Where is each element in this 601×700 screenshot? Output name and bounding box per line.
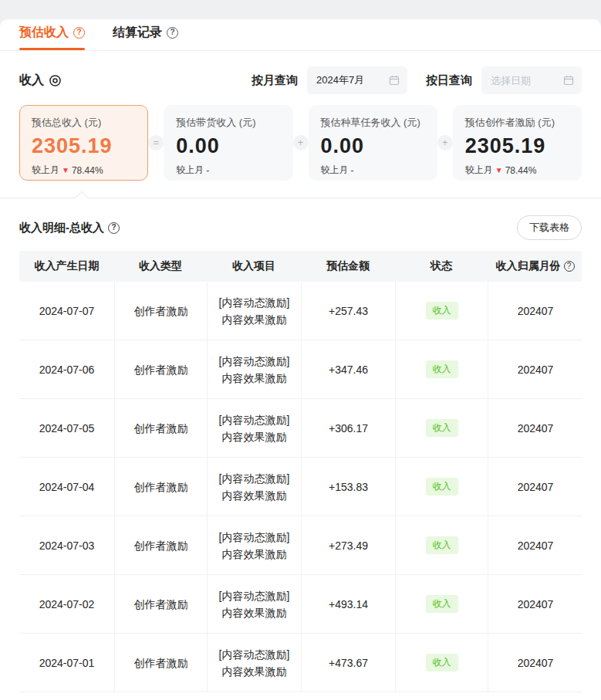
month-query-input-box[interactable] <box>307 66 407 94</box>
card-label: 预估种草任务收入 (元) <box>321 116 425 130</box>
table-body: 2024-07-07 创作者激励 [内容动态激励]内容效果激励 +257.43 … <box>19 282 582 692</box>
day-query-input[interactable] <box>491 75 560 86</box>
header-cell-project: 收入项目 <box>207 251 301 282</box>
cell-type: 创作者激励 <box>114 516 207 574</box>
help-icon[interactable]: ? <box>167 27 178 39</box>
status-badge: 收入 <box>426 536 458 554</box>
help-icon[interactable]: ? <box>73 27 85 39</box>
tab-settlement-records[interactable]: 结算记录 ? <box>113 25 178 50</box>
cell-type: 创作者激励 <box>114 399 207 457</box>
status-badge: 收入 <box>426 654 458 671</box>
summary-cards-row: 预估总收入 (元) 2305.19 较上月 ▼ 78.44% = 预估带货收入 … <box>0 102 601 181</box>
income-label: 收入 <box>19 73 44 89</box>
cell-project: [内容动态激励]内容效果激励 <box>207 399 301 457</box>
cell-date: 2024-07-06 <box>19 340 114 398</box>
cell-date: 2024-07-05 <box>19 399 114 457</box>
header-cell-month: 收入归属月份? <box>488 251 582 282</box>
table-header-row: 收入产生日期 收入类型 收入项目 预估金额 状态 收入归属月份? <box>19 251 582 282</box>
cell-date: 2024-07-01 <box>19 634 114 692</box>
tab-bar: 预估收入 ? 结算记录 ? <box>0 19 601 51</box>
tab-label: 结算记录 <box>113 25 162 41</box>
card-label: 预估带货收入 (元) <box>176 116 280 130</box>
cell-status: 收入 <box>395 340 488 398</box>
card-compare: 较上月 - <box>176 164 280 177</box>
equals-icon: = <box>148 135 164 150</box>
cell-month: 202407 <box>488 340 582 398</box>
status-badge: 收入 <box>426 360 458 378</box>
trend-down-icon: ▼ <box>495 167 503 174</box>
cell-status: 收入 <box>395 516 488 574</box>
plus-icon: + <box>437 135 453 150</box>
summary-card-seeding-task-income[interactable]: 预估种草任务收入 (元) 0.00 较上月 - <box>309 105 437 181</box>
summary-card-creator-incentive[interactable]: 预估创作者激励 (元) 2305.19 较上月 ▼ 78.44% <box>453 105 582 181</box>
tab-estimated-income[interactable]: 预估收入 ? <box>19 25 85 50</box>
cell-amount: +347.46 <box>301 340 395 398</box>
card-label: 预估创作者激励 (元) <box>465 116 569 130</box>
table-row: 2024-07-03 创作者激励 [内容动态激励]内容效果激励 +273.49 … <box>19 516 582 575</box>
header-cell-status: 状态 <box>395 251 488 282</box>
header-cell-type: 收入类型 <box>114 251 207 282</box>
card-value: 2305.19 <box>465 134 569 158</box>
table-row: 2024-07-02 创作者激励 [内容动态激励]内容效果激励 +493.14 … <box>19 575 582 634</box>
download-table-button[interactable]: 下载表格 <box>517 215 582 240</box>
card-compare: 较上月 ▼ 78.44% <box>465 164 569 177</box>
status-badge: 收入 <box>426 595 458 613</box>
card-compare: 较上月 ▼ 78.44% <box>32 164 136 177</box>
header-cell-date: 收入产生日期 <box>19 251 114 282</box>
filter-row: 收入 按月查询 按日查询 <box>0 51 601 102</box>
income-dashboard-page: 预估收入 ? 结算记录 ? 收入 按月查询 <box>0 0 601 700</box>
card-section-divider <box>0 198 601 198</box>
calendar-icon <box>389 75 400 86</box>
header-cell-amount: 预估金额 <box>301 251 395 282</box>
table-row: 2024-07-01 创作者激励 [内容动态激励]内容效果激励 +473.67 … <box>19 634 582 692</box>
cell-month: 202407 <box>488 458 582 516</box>
card-label: 预估总收入 (元) <box>32 116 136 130</box>
section-title: 收入明细-总收入 ? <box>19 221 120 235</box>
cell-date: 2024-07-02 <box>19 575 114 633</box>
cell-amount: +273.49 <box>301 516 395 574</box>
cell-type: 创作者激励 <box>114 575 207 633</box>
status-badge: 收入 <box>426 419 458 437</box>
cell-type: 创作者激励 <box>114 458 207 516</box>
detail-section-header: 收入明细-总收入 ? 下载表格 <box>0 198 601 251</box>
cell-date: 2024-07-03 <box>19 516 114 574</box>
cell-date: 2024-07-04 <box>19 458 114 516</box>
cell-month: 202407 <box>488 516 582 574</box>
cell-status: 收入 <box>395 575 488 633</box>
cell-project: [内容动态激励]内容效果激励 <box>207 516 301 574</box>
table-row: 2024-07-04 创作者激励 [内容动态激励]内容效果激励 +153.83 … <box>19 458 582 516</box>
cell-status: 收入 <box>395 458 488 516</box>
income-title: 收入 <box>19 73 62 89</box>
card-compare: 较上月 - <box>321 164 425 177</box>
summary-card-goods-income[interactable]: 预估带货收入 (元) 0.00 较上月 - <box>164 105 292 181</box>
cell-project: [内容动态激励]内容效果激励 <box>207 282 301 340</box>
cell-month: 202407 <box>488 634 582 692</box>
cell-project: [内容动态激励]内容效果激励 <box>207 575 301 633</box>
calendar-icon <box>563 75 574 86</box>
cell-date: 2024-07-07 <box>19 282 114 340</box>
help-icon[interactable]: ? <box>564 261 575 272</box>
cell-status: 收入 <box>395 399 488 457</box>
card-value: 0.00 <box>321 134 425 158</box>
status-badge: 收入 <box>426 478 458 495</box>
main-panel: 预估收入 ? 结算记录 ? 收入 按月查询 <box>0 19 601 700</box>
month-query-input[interactable] <box>316 75 386 86</box>
card-value: 0.00 <box>176 134 280 158</box>
cell-status: 收入 <box>395 634 488 692</box>
cell-amount: +257.43 <box>301 282 395 340</box>
cell-project: [内容动态激励]内容效果激励 <box>207 340 301 398</box>
help-icon[interactable]: ? <box>108 222 120 234</box>
cell-amount: +306.17 <box>301 399 395 457</box>
table-row: 2024-07-06 创作者激励 [内容动态激励]内容效果激励 +347.46 … <box>19 340 582 399</box>
table-row: 2024-07-05 创作者激励 [内容动态激励]内容效果激励 +306.17 … <box>19 399 582 458</box>
cell-month: 202407 <box>488 282 582 340</box>
status-badge: 收入 <box>426 302 458 320</box>
plus-icon: + <box>293 135 309 150</box>
cell-month: 202407 <box>488 575 582 633</box>
summary-card-total-income[interactable]: 预估总收入 (元) 2305.19 较上月 ▼ 78.44% <box>19 105 148 181</box>
day-query-input-box[interactable] <box>481 66 582 94</box>
cell-status: 收入 <box>395 282 488 340</box>
cell-amount: +153.83 <box>301 458 395 516</box>
eye-icon[interactable] <box>49 74 62 87</box>
trend-down-icon: ▼ <box>62 167 69 174</box>
